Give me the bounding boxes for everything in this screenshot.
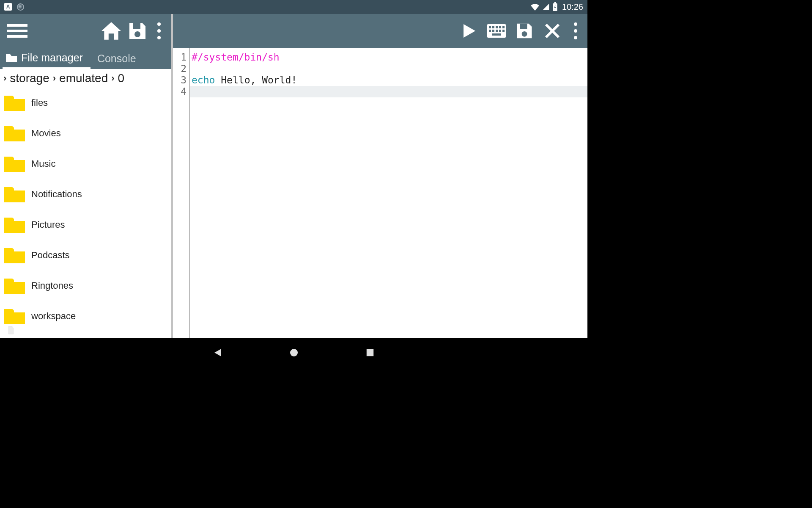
square-overview-icon [365,348,375,357]
breadcrumb-segment[interactable]: 0 [118,72,125,85]
circle-home-icon [289,348,299,358]
home-button[interactable] [98,18,124,44]
back-button[interactable] [211,346,224,359]
svg-point-21 [290,349,298,356]
menu-button[interactable] [4,18,30,44]
code-line[interactable] [190,86,587,97]
folder-item[interactable]: Ringtones [0,271,171,301]
svg-rect-5 [133,23,140,29]
svg-rect-15 [496,30,498,32]
folder-name: files [31,97,48,108]
save-icon [128,21,147,41]
folder-item[interactable]: Podcasts [0,240,171,271]
svg-rect-16 [499,30,501,32]
overview-button[interactable] [364,346,376,359]
svg-rect-9 [492,26,494,28]
svg-rect-3 [7,30,27,32]
home-button[interactable] [288,346,300,359]
folder-name: Pictures [31,219,65,230]
svg-point-6 [134,31,140,37]
cell-signal-icon [542,3,550,11]
folder-name: Notifications [31,189,82,200]
code-area[interactable]: #/system/bin/shecho Hello, World! [190,48,587,338]
svg-rect-14 [492,30,494,32]
svg-rect-22 [366,349,373,356]
breadcrumb-segment[interactable]: storage [10,72,49,85]
folder-icon [3,215,26,235]
svg-rect-8 [489,26,491,28]
svg-rect-11 [499,26,501,28]
tab-file-manager[interactable]: File manager [3,48,91,69]
folder-list[interactable]: filesMoviesMusicNotificationsPicturesPod… [0,88,171,338]
folder-item[interactable]: Music [0,149,171,179]
close-icon [544,23,560,39]
keyboard-icon [486,24,507,38]
folder-name: workspace [31,311,76,322]
save-button[interactable] [124,18,151,44]
wifi-icon [530,3,540,11]
breadcrumb[interactable]: › storage › emulated › 0 [0,69,171,88]
svg-rect-13 [489,30,491,32]
folder-name: Movies [31,128,61,139]
keyboard-button[interactable] [483,18,510,44]
more-options-button[interactable] [567,18,584,44]
folder-item[interactable]: Notifications [0,179,171,210]
folder-item[interactable]: files [0,88,171,118]
save-icon [516,22,533,40]
tab-label: Console [97,52,136,65]
svg-rect-10 [496,26,498,28]
folder-item[interactable]: Pictures [0,210,171,240]
chevron-right-icon: › [3,73,6,84]
breadcrumb-segment[interactable]: emulated [59,72,108,85]
folder-icon [3,124,26,143]
folder-icon [3,306,26,326]
tab-label: File manager [21,52,83,64]
run-button[interactable] [455,18,482,44]
svg-point-20 [522,31,527,37]
svg-rect-19 [520,24,527,29]
code-line[interactable]: #/system/bin/sh [190,52,587,63]
android-navbar [0,338,587,367]
svg-rect-2 [7,24,27,27]
folder-name: Podcasts [31,250,70,261]
folder-item[interactable]: Movies [0,118,171,149]
code-line[interactable]: echo Hello, World! [190,75,587,86]
code-editor[interactable]: 1234 #/system/bin/shecho Hello, World! [173,48,587,338]
save-button[interactable] [511,18,538,44]
more-icon [574,22,577,26]
file-manager-panel: File manager Console › storage › emulate… [0,14,173,338]
tab-console[interactable]: Console [95,48,144,69]
chevron-right-icon: › [111,73,114,84]
input-mode-indicator: A [4,3,12,11]
more-icon [157,22,161,26]
svg-rect-1 [554,2,556,3]
folder-icon [3,93,26,113]
svg-rect-17 [502,30,505,32]
folder-name: Ringtones [31,280,73,291]
folder-icon [3,246,26,265]
folder-icon [3,185,26,204]
chevron-right-icon: › [53,73,56,84]
app-status-icon [17,3,24,11]
play-icon [460,22,477,39]
file-item[interactable] [0,331,171,338]
folder-icon [3,154,26,174]
code-line[interactable] [190,63,587,75]
folder-icon [5,52,18,63]
line-number-gutter: 1234 [173,48,190,338]
hamburger-icon [7,22,27,39]
editor-toolbar [173,14,587,48]
left-tabs: File manager Console [0,48,171,69]
editor-panel: 1234 #/system/bin/shecho Hello, World! [173,14,587,338]
home-icon [101,21,122,41]
file-icon [3,326,26,338]
close-button[interactable] [539,18,565,44]
svg-rect-18 [492,33,501,36]
svg-rect-12 [502,26,505,28]
svg-rect-4 [7,35,27,38]
triangle-back-icon [213,348,223,358]
clock: 10:26 [562,2,583,12]
file-manager-toolbar [0,14,171,48]
more-options-button[interactable] [151,18,167,44]
folder-name: Music [31,158,55,169]
